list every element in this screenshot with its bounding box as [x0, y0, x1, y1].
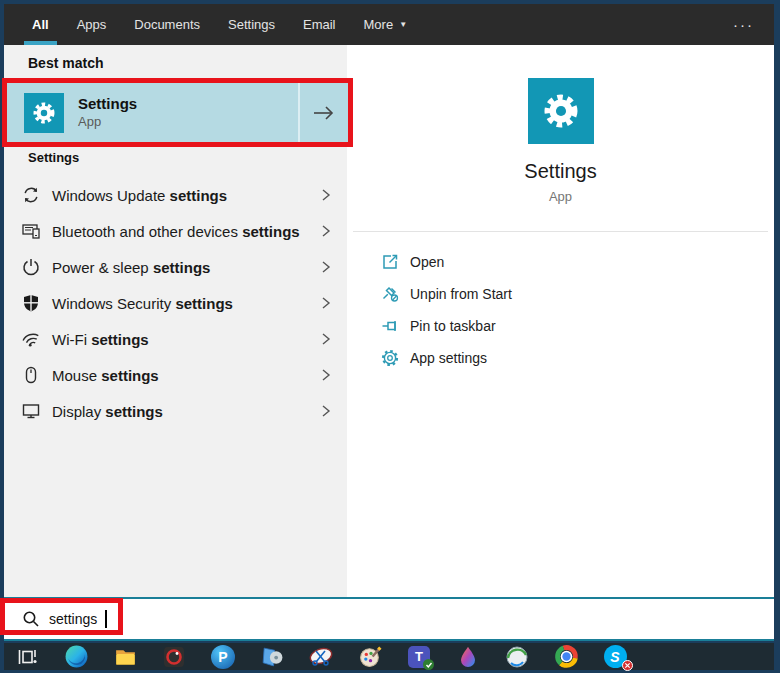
best-match-result-settings[interactable]: Settings App — [7, 83, 348, 142]
tab-email[interactable]: Email — [295, 4, 344, 45]
settings-section-header: Settings — [28, 150, 79, 165]
gear-icon — [380, 348, 400, 368]
search-bar[interactable] — [4, 597, 774, 641]
wifi-icon — [20, 328, 42, 350]
action-pin-to-taskbar[interactable]: Pin to taskbar — [347, 310, 774, 342]
text-cursor — [105, 610, 107, 628]
result-display-settings[interactable]: Display settings — [4, 393, 347, 429]
teams-icon[interactable]: T — [399, 643, 439, 670]
result-power-sleep-settings[interactable]: Power & sleep settings — [4, 249, 347, 285]
settings-gear-tile — [24, 93, 64, 133]
color-picker-icon[interactable] — [448, 643, 488, 670]
result-label: Wi-Fi settings — [52, 331, 319, 348]
expand-arrow-button[interactable] — [300, 83, 348, 142]
result-mouse-settings[interactable]: Mouse settings — [4, 357, 347, 393]
chevron-right-icon — [319, 368, 333, 382]
start-search-window: All Apps Documents Settings Email More ▼… — [0, 0, 780, 673]
result-label: Mouse settings — [52, 367, 319, 384]
best-match-subtitle: App — [78, 113, 298, 130]
disc-burner-icon[interactable] — [252, 643, 292, 670]
file-explorer-icon[interactable] — [105, 643, 145, 670]
settings-gear-tile — [528, 78, 594, 144]
arrow-right-icon — [312, 105, 336, 121]
action-open[interactable]: Open — [347, 246, 774, 278]
result-windows-update-settings[interactable]: Windows Update settings — [4, 177, 347, 213]
media-recorder-icon[interactable] — [154, 643, 194, 670]
display-icon — [20, 400, 42, 422]
gear-icon — [30, 99, 58, 127]
task-view-icon[interactable] — [7, 643, 47, 670]
vpn-globe-icon[interactable] — [497, 643, 537, 670]
settings-results-list: Windows Update settings Bluetooth and ot… — [4, 177, 347, 429]
result-label: Display settings — [52, 403, 319, 420]
chevron-right-icon — [319, 332, 333, 346]
media-cutter-icon[interactable] — [301, 643, 341, 670]
devices-icon — [20, 220, 42, 242]
preview-app-subtitle: App — [347, 189, 774, 204]
result-label: Windows Update settings — [52, 187, 319, 204]
tab-all[interactable]: All — [24, 4, 57, 45]
chevron-right-icon — [319, 224, 333, 238]
gear-icon — [539, 89, 583, 133]
chevron-right-icon — [319, 260, 333, 274]
chevron-down-icon: ▼ — [399, 20, 407, 29]
result-label: Windows Security settings — [52, 295, 319, 312]
chevron-right-icon — [319, 404, 333, 418]
power-icon — [20, 256, 42, 278]
pin-icon — [380, 316, 400, 336]
unpin-icon — [380, 284, 400, 304]
action-app-settings[interactable]: App settings — [347, 342, 774, 374]
preview-panel: Settings App Open — [347, 45, 774, 597]
result-label: Power & sleep settings — [52, 259, 319, 276]
tab-settings[interactable]: Settings — [220, 4, 283, 45]
best-match-title: Settings — [78, 95, 298, 113]
paint-app-icon[interactable] — [350, 643, 390, 670]
picpick-icon[interactable]: P — [203, 643, 243, 670]
mouse-icon — [20, 364, 42, 386]
skype-icon[interactable]: S — [595, 643, 635, 670]
best-match-text: Settings App — [78, 95, 298, 130]
action-label: Pin to taskbar — [410, 318, 496, 334]
result-label: Bluetooth and other devices settings — [52, 223, 319, 240]
result-wifi-settings[interactable]: Wi-Fi settings — [4, 321, 347, 357]
open-icon — [380, 252, 400, 272]
preview-actions: Open Unpin from Start — [347, 246, 774, 374]
best-match-header: Best match — [28, 55, 103, 71]
action-label: Unpin from Start — [410, 286, 512, 302]
chevron-right-icon — [319, 188, 333, 202]
security-shield-icon — [20, 292, 42, 314]
search-input[interactable] — [49, 611, 105, 627]
status-check-badge — [423, 659, 434, 670]
annotation-box-best-match: Settings App — [2, 78, 353, 147]
action-label: App settings — [410, 350, 487, 366]
tab-apps[interactable]: Apps — [69, 4, 115, 45]
preview-divider — [353, 231, 768, 232]
search-icon — [22, 610, 40, 628]
tab-more[interactable]: More ▼ — [356, 4, 416, 45]
tab-more-label: More — [364, 17, 394, 32]
edge-icon[interactable] — [56, 643, 96, 670]
action-label: Open — [410, 254, 444, 270]
overflow-menu-button[interactable]: ··· — [733, 16, 774, 33]
result-bluetooth-devices-settings[interactable]: Bluetooth and other devices settings — [4, 213, 347, 249]
action-unpin-from-start[interactable]: Unpin from Start — [347, 278, 774, 310]
chevron-right-icon — [319, 296, 333, 310]
chrome-icon[interactable] — [546, 643, 586, 670]
preview-app-title: Settings — [347, 160, 774, 183]
taskbar: P T — [4, 643, 774, 670]
tab-documents[interactable]: Documents — [126, 4, 208, 45]
result-windows-security-settings[interactable]: Windows Security settings — [4, 285, 347, 321]
offline-x-badge — [622, 660, 633, 671]
search-filter-tabbar: All Apps Documents Settings Email More ▼… — [4, 4, 774, 45]
sync-icon — [20, 184, 42, 206]
